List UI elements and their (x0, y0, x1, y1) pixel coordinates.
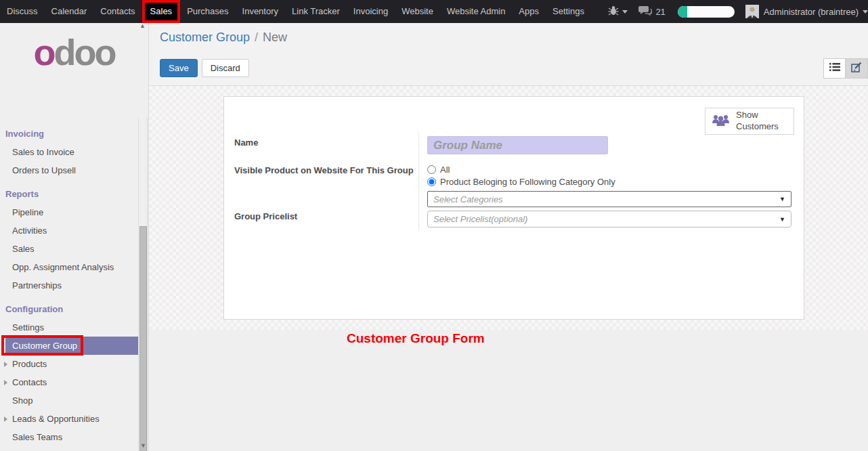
avatar (745, 5, 759, 18)
sidebar-item-orders-to-upsell[interactable]: Orders to Upsell (0, 161, 138, 179)
navbar-right-tools: 21 Administrator (braintree) (608, 0, 868, 23)
pricelist-field-label: Group Pricelist (234, 211, 297, 221)
expand-caret-icon (4, 416, 7, 422)
discard-button[interactable]: Discard (202, 59, 249, 77)
radio-option-category-only[interactable]: Product Beloging to Following Category O… (427, 175, 615, 188)
menu-item-label: Settings (12, 322, 44, 332)
nav-item-inventory[interactable]: Inventory (236, 0, 285, 23)
odoo-logo: odoo (0, 23, 148, 70)
expand-caret-icon (4, 362, 7, 367)
sidebar-item-delivery[interactable]: Delivery (0, 446, 138, 451)
menu-item-label: Partnerships (12, 280, 62, 291)
messages-menu[interactable]: 21 (638, 5, 665, 18)
sidebar-item-leads-opportunities[interactable]: Leads & Opportunities (0, 410, 138, 428)
main-area: Customer Group/New Save Discard (149, 23, 868, 451)
nav-item-settings[interactable]: Settings (546, 0, 591, 23)
sidebar-item-activities[interactable]: Activities (0, 221, 138, 240)
categories-select[interactable]: Select Categories ▼ (427, 191, 791, 207)
group-name-input[interactable] (427, 136, 608, 154)
scroll-down-arrow-icon[interactable]: ▼ (140, 442, 146, 449)
nav-item-link-tracker[interactable]: Link Tracker (285, 0, 347, 23)
progress-pill[interactable] (678, 6, 735, 18)
nav-item-purchases[interactable]: Purchases (180, 0, 235, 23)
caret-down-icon (863, 10, 868, 14)
annotation-caption: Customer Group Form (347, 331, 485, 346)
menu-item-label: Activities (12, 226, 47, 236)
form-view-background: Show Customers Name Visible Product on W… (149, 86, 868, 330)
menu-item-label: Sales Teams (12, 432, 62, 442)
visible-product-radio-group: All Product Beloging to Following Catego… (427, 163, 615, 188)
sidebar-item-pipeline[interactable]: Pipeline (0, 203, 138, 221)
breadcrumb-parent-link[interactable]: Customer Group (160, 30, 250, 44)
sidebar-item-sales-to-invoice[interactable]: Sales to Invoice (0, 143, 138, 161)
bug-icon (608, 5, 619, 18)
show-customers-button[interactable]: Show Customers (705, 108, 794, 135)
sidebar-item-settings[interactable]: Settings (0, 318, 138, 337)
caret-down-icon (622, 10, 628, 14)
caret-down-icon: ▼ (779, 196, 785, 202)
menu-item-label: Leads & Opportunities (12, 414, 100, 424)
progress-fill (678, 6, 687, 18)
nav-item-website-admin[interactable]: Website Admin (440, 0, 512, 23)
sidebar-item-shop[interactable]: Shop (0, 391, 138, 410)
view-switcher (823, 58, 868, 79)
sidebar: odoo ▲ Invoicing Sales to Invoice Orders… (0, 23, 149, 451)
menu-item-label: Shop (12, 395, 32, 406)
radio-category-only[interactable] (427, 177, 436, 186)
menu-item-label: Orders to Upsell (12, 165, 76, 175)
breadcrumb: Customer Group/New (160, 30, 287, 45)
menu-item-label: Products (12, 359, 47, 369)
nav-item-apps[interactable]: Apps (512, 0, 546, 23)
logo-letter-o: o (34, 32, 54, 72)
sidebar-scrollbar[interactable]: ▼ (138, 118, 148, 451)
scrollbar-thumb[interactable] (139, 226, 147, 451)
debug-menu[interactable] (608, 5, 628, 18)
user-menu[interactable]: Administrator (braintree) (764, 7, 859, 17)
form-view-button[interactable] (846, 58, 868, 79)
nav-item-invoicing[interactable]: Invoicing (347, 0, 395, 23)
menu-item-label: Sales (12, 244, 35, 254)
menu-header-reports: Reports (0, 185, 138, 203)
record-action-buttons: Save Discard (160, 59, 249, 77)
nav-item-contacts[interactable]: Contacts (93, 0, 142, 23)
message-count-badge: 21 (655, 7, 665, 17)
nav-item-website[interactable]: Website (395, 0, 440, 23)
below-content-area: Customer Group Form (149, 330, 868, 451)
menu-header-configuration: Configuration (0, 300, 138, 318)
categories-select-placeholder: Select Categories (433, 194, 503, 205)
breadcrumb-separator: / (250, 30, 263, 44)
visible-product-field-label: Visible Product on Website For This Grou… (234, 165, 414, 175)
show-customers-label: Show Customers (736, 110, 783, 133)
sidebar-item-products[interactable]: Products (0, 355, 138, 373)
pricelist-select[interactable]: Select Pricelist(optional) ▼ (427, 211, 791, 228)
menu-section-configuration: Configuration Settings Customer Group Pr… (0, 300, 138, 451)
sidebar-item-contacts[interactable]: Contacts (0, 373, 138, 391)
column-separator (418, 132, 419, 231)
expand-caret-icon (4, 380, 7, 385)
menu-item-label: Pipeline (12, 207, 43, 217)
form-sheet: Show Customers Name Visible Product on W… (223, 96, 804, 320)
nav-item-calendar[interactable]: Calendar (45, 0, 94, 23)
sidebar-item-sales[interactable]: Sales (0, 240, 138, 258)
menu-item-label: Customer Group (12, 341, 77, 351)
radio-option-all[interactable]: All (427, 163, 615, 175)
save-button[interactable]: Save (160, 59, 198, 77)
nav-item-sales[interactable]: Sales (142, 0, 181, 23)
sidebar-item-sales-teams[interactable]: Sales Teams (0, 428, 138, 446)
chat-bubbles-icon (638, 5, 652, 18)
scroll-up-arrow-icon[interactable]: ▲ (139, 22, 146, 29)
menu-section-reports: Reports Pipeline Activities Sales Opp. A… (0, 185, 138, 295)
name-field-label: Name (234, 137, 258, 148)
control-panel: Customer Group/New Save Discard (149, 23, 868, 86)
sidebar-item-partnerships[interactable]: Partnerships (0, 276, 138, 295)
list-view-button[interactable] (823, 58, 846, 79)
sidebar-item-customer-group[interactable]: Customer Group (5, 337, 138, 355)
sidebar-item-opp-assignment-analysis[interactable]: Opp. Assignment Analysis (0, 258, 138, 276)
radio-all[interactable] (427, 165, 436, 174)
menu-section-invoicing: Invoicing Sales to Invoice Orders to Ups… (0, 125, 138, 179)
breadcrumb-current: New (263, 30, 287, 44)
radio-category-only-label: Product Beloging to Following Category O… (440, 177, 615, 187)
caret-down-icon: ▼ (779, 216, 785, 223)
logo-letters-doo: doo (54, 32, 115, 72)
nav-item-discuss[interactable]: Discuss (0, 0, 45, 23)
